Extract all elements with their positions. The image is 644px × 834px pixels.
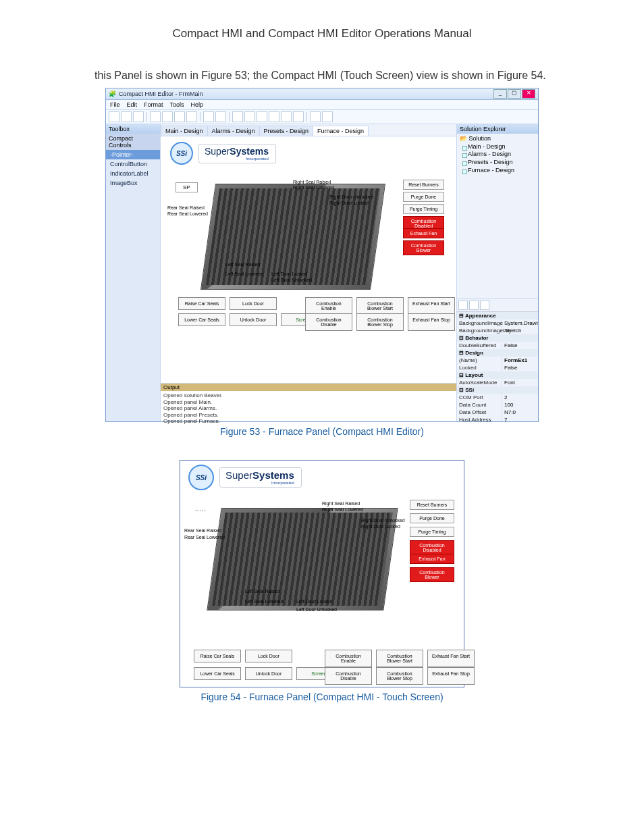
prop-category[interactable]: ⊟ Layout (457, 371, 538, 379)
close-button[interactable]: ✕ (522, 89, 535, 99)
tb-align-icon[interactable] (244, 111, 255, 122)
designer-canvas[interactable]: SSi SuperSystems Incorporated SP Right S… (161, 136, 456, 383)
btn-combustion-enable[interactable]: Combustion Enable (325, 650, 372, 667)
btn-lock-door[interactable]: Lock Door (230, 297, 277, 310)
prop-value[interactable]: 2 (502, 394, 538, 401)
prop-category[interactable]: ⊟ Behavior (457, 334, 538, 342)
prop-row[interactable]: BackgroundImageLayStretch (457, 327, 538, 334)
status-combustion-blower[interactable]: Combustion Blower (410, 567, 454, 582)
status-exhaust-fan[interactable]: Exhaust Fan (410, 554, 454, 564)
prop-row[interactable]: Data Count100 (457, 401, 538, 409)
toolbox-group[interactable]: Compact Controls (106, 134, 160, 150)
toolbox-item-imagebox[interactable]: ImageBox (106, 178, 160, 188)
tb-cut-icon[interactable] (150, 111, 161, 122)
status-exhaust-fan[interactable]: Exhaust Fan (403, 228, 444, 238)
btn-combustion-blower-start[interactable]: Combustion Blower Start (376, 650, 423, 667)
prop-category[interactable]: ⊟ Design (457, 349, 538, 357)
tab-furnace[interactable]: Furnace - Design (313, 126, 369, 136)
prop-row[interactable]: AutoScaleModeFont (457, 379, 538, 386)
prop-row[interactable]: COM Port2 (457, 394, 538, 401)
btn-combustion-enable[interactable]: Combustion Enable (305, 297, 352, 315)
prop-categorized-icon[interactable] (458, 301, 468, 310)
tb-align-icon[interactable] (269, 111, 279, 122)
tb-open-icon[interactable] (121, 111, 132, 122)
btn-combustion-blower-stop[interactable]: Combustion Blower Stop (376, 667, 423, 685)
prop-value[interactable]: Font (502, 379, 538, 386)
prop-row[interactable]: Data OffsetN7:0 (457, 409, 538, 416)
solution-tree[interactable]: 📂 Solution Main - Design Alarms - Design… (457, 134, 538, 176)
btn-exhaust-fan-stop[interactable]: Exhaust Fan Stop (408, 313, 455, 331)
status-purge-timing[interactable]: Purge Timing (403, 204, 444, 214)
tb-publish-icon[interactable] (322, 111, 333, 122)
tb-run-icon[interactable] (310, 111, 321, 122)
btn-exhaust-fan-start[interactable]: Exhaust Fan Start (408, 297, 455, 315)
prop-row[interactable]: Host Address7 (457, 416, 538, 421)
btn-combustion-blower-stop[interactable]: Combustion Blower Stop (356, 313, 404, 331)
tb-align-icon[interactable] (281, 111, 292, 122)
solution-node[interactable]: Presets - Design (460, 159, 535, 167)
toolbox-item-controlbutton[interactable]: ControlButton (106, 159, 160, 169)
prop-category[interactable]: ⊟ Appearance (457, 312, 538, 319)
prop-row[interactable]: LockedFalse (457, 364, 538, 371)
btn-exhaust-fan-start[interactable]: Exhaust Fan Start (427, 650, 475, 667)
menu-help[interactable]: Help (191, 101, 204, 108)
status-purge-timing[interactable]: Purge Timing (410, 527, 454, 537)
solution-node[interactable]: Alarms - Design (460, 151, 535, 159)
prop-value[interactable]: False (502, 364, 538, 371)
tb-delete-icon[interactable] (186, 111, 197, 122)
output-header[interactable]: Output (161, 384, 456, 391)
sp-indicator[interactable]: ----- (195, 508, 207, 513)
tb-undo-icon[interactable] (203, 111, 214, 122)
tb-save-icon[interactable] (133, 111, 144, 122)
prop-value[interactable]: 100 (502, 401, 538, 409)
btn-raise-car-seals[interactable]: Raise Car Seals (178, 297, 225, 310)
prop-value[interactable]: 7 (502, 416, 538, 421)
solution-node[interactable]: Main - Design (460, 143, 535, 151)
tb-copy-icon[interactable] (162, 111, 173, 122)
prop-value[interactable]: Stretch (502, 327, 538, 334)
menu-format[interactable]: Format (144, 101, 163, 108)
tab-main[interactable]: Main - Design (161, 126, 208, 136)
toolbox-item-pointer[interactable]: -Pointer- (106, 150, 160, 159)
status-reset-burners[interactable]: Reset Burners (410, 500, 454, 510)
menu-file[interactable]: File (110, 101, 120, 108)
solution-root[interactable]: Solution (469, 135, 491, 142)
maximize-button[interactable]: ▢ (508, 89, 521, 99)
prop-row[interactable]: DoubleBufferedFalse (457, 342, 538, 349)
prop-pages-icon[interactable] (480, 301, 489, 310)
tb-align-icon[interactable] (257, 111, 267, 122)
window-titlebar[interactable]: 🧩 Compact HMI Editor - FrmMain _ ▢ ✕ (106, 88, 538, 100)
tb-paste-icon[interactable] (174, 111, 185, 122)
tb-align-icon[interactable] (232, 111, 243, 122)
status-combustion-disabled[interactable]: Combustion Disabled (410, 540, 454, 555)
menu-tools[interactable]: Tools (170, 101, 184, 108)
toolbox-item-indicatorlabel[interactable]: IndicatorLabel (106, 169, 160, 178)
menu-edit[interactable]: Edit (127, 101, 138, 108)
prop-category[interactable]: ⊟ SSi (457, 386, 538, 394)
tab-alarms[interactable]: Alarms - Design (207, 126, 260, 136)
tab-presets[interactable]: Presets - Design (259, 126, 314, 136)
prop-alpha-icon[interactable] (469, 301, 479, 310)
tb-new-icon[interactable] (109, 111, 119, 122)
minimize-button[interactable]: _ (493, 89, 507, 99)
btn-combustion-blower-start[interactable]: Combustion Blower Start (356, 297, 404, 315)
sp-indicator[interactable]: SP (176, 182, 198, 192)
status-purge-done[interactable]: Purge Done (410, 513, 454, 523)
prop-value[interactable]: N7:0 (502, 409, 538, 416)
btn-lower-car-seals[interactable]: Lower Car Seals (194, 667, 241, 680)
btn-combustion-disable[interactable]: Combustion Disable (325, 667, 372, 685)
btn-lower-car-seals[interactable]: Lower Car Seals (178, 313, 225, 326)
btn-exhaust-fan-stop[interactable]: Exhaust Fan Stop (427, 667, 475, 685)
btn-raise-car-seals[interactable]: Raise Car Seals (194, 650, 241, 662)
prop-row[interactable]: (Name)FormEx1 (457, 357, 538, 364)
status-reset-burners[interactable]: Reset Burners (403, 180, 444, 190)
tb-align-icon[interactable] (293, 111, 304, 122)
btn-unlock-door[interactable]: Unlock Door (245, 667, 292, 680)
status-purge-done[interactable]: Purge Done (403, 192, 444, 202)
prop-value[interactable]: False (502, 342, 538, 349)
btn-combustion-disable[interactable]: Combustion Disable (305, 313, 352, 331)
prop-value[interactable]: FormEx1 (502, 357, 538, 364)
prop-value[interactable]: System.Drawing (502, 319, 538, 327)
btn-unlock-door[interactable]: Unlock Door (230, 313, 277, 326)
prop-row[interactable]: BackgroundImageSystem.Drawing (457, 319, 538, 327)
